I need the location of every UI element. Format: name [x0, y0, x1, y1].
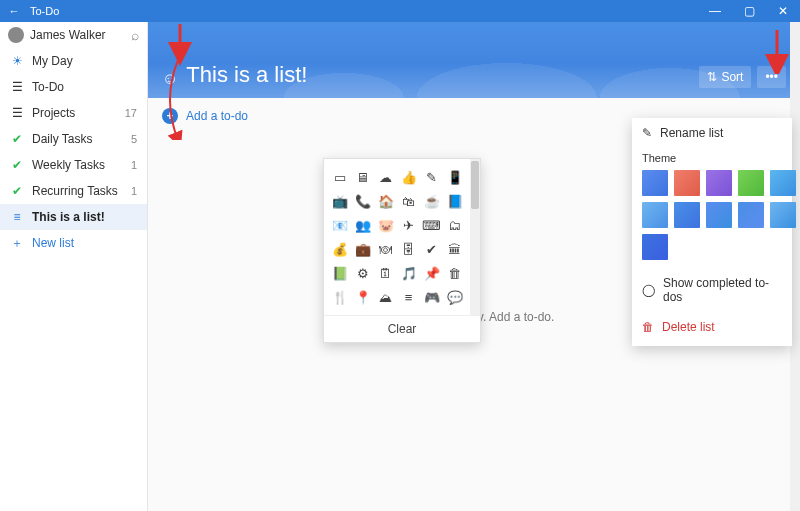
new-list-label: New list [32, 236, 137, 250]
icon-option[interactable]: 🗂 [443, 213, 466, 237]
icon-option[interactable]: 🎵 [397, 261, 420, 285]
icon-option[interactable]: 💬 [443, 285, 466, 309]
minimize-button[interactable]: — [698, 4, 732, 18]
theme-swatch[interactable] [642, 170, 668, 196]
list-emoji-icon[interactable]: ☺ [162, 70, 178, 88]
icon-option[interactable]: 💼 [351, 237, 374, 261]
sidebar-item-label: Weekly Tasks [32, 158, 123, 172]
icon-option[interactable]: ✎ [420, 165, 443, 189]
theme-swatch[interactable] [642, 234, 668, 260]
theme-swatch[interactable] [770, 202, 796, 228]
icon-option[interactable]: 📍 [351, 285, 374, 309]
rename-label: Rename list [660, 126, 723, 140]
sidebar-item-label: My Day [32, 54, 129, 68]
icon-option[interactable]: ≡ [397, 285, 420, 309]
maximize-button[interactable]: ▢ [732, 4, 766, 18]
sidebar-item[interactable]: ≡This is a list! [0, 204, 147, 230]
rename-list-option[interactable]: ✎ Rename list [632, 118, 792, 148]
icon-option[interactable]: 🗑 [443, 261, 466, 285]
sidebar-item[interactable]: ✔Weekly Tasks1 [0, 152, 147, 178]
new-list-button[interactable]: ＋ New list [0, 230, 147, 256]
icon-option[interactable]: 📧 [328, 213, 351, 237]
icon-option[interactable]: 🍽 [374, 237, 397, 261]
icon-option[interactable]: ☁ [374, 165, 397, 189]
list-title[interactable]: This is a list! [186, 62, 307, 88]
search-icon[interactable]: ⌕ [131, 27, 139, 43]
icon-option[interactable]: 👍 [397, 165, 420, 189]
sort-icon: ⇅ [707, 70, 717, 84]
icon-option[interactable]: ⚙ [351, 261, 374, 285]
sidebar-item-label: This is a list! [32, 210, 129, 224]
back-button[interactable]: ← [0, 5, 28, 17]
avatar [8, 27, 24, 43]
theme-swatch[interactable] [642, 202, 668, 228]
icon-option[interactable]: 🍴 [328, 285, 351, 309]
icon-option[interactable]: 🛍 [397, 189, 420, 213]
icon-option[interactable]: 🏛 [443, 237, 466, 261]
sidebar-item-label: Projects [32, 106, 117, 120]
icon-option[interactable]: 📱 [443, 165, 466, 189]
theme-swatch[interactable] [770, 170, 796, 196]
theme-swatch[interactable] [674, 202, 700, 228]
icon-option[interactable]: 📗 [328, 261, 351, 285]
icon-option[interactable]: 📺 [328, 189, 351, 213]
sidebar-item-count: 5 [131, 133, 137, 145]
user-row[interactable]: James Walker ⌕ [0, 22, 147, 48]
icon-option[interactable]: 🏠 [374, 189, 397, 213]
sidebar-item[interactable]: ☀My Day [0, 48, 147, 74]
add-todo-label: Add a to-do [186, 109, 248, 123]
icon-picker-popup: ▭🖥☁👍✎📱📺📞🏠🛍☕📘📧👥🐷✈⌨🗂💰💼🍽🗄✔🏛📗⚙🗓🎵📌🗑🍴📍⛰≡🎮💬 Cle… [323, 158, 481, 343]
icon-option[interactable]: 🗓 [374, 261, 397, 285]
show-completed-option[interactable]: ◯ Show completed to-dos [632, 268, 792, 312]
icon-option[interactable]: ✔ [420, 237, 443, 261]
icon-option[interactable]: ✈ [397, 213, 420, 237]
list-header: ☺ This is a list! ⇅ Sort ••• [148, 22, 800, 98]
theme-swatch[interactable] [674, 170, 700, 196]
app-title: To-Do [28, 5, 698, 17]
check-icon: ✔ [10, 158, 24, 172]
more-options-button[interactable]: ••• [757, 66, 786, 88]
icon-grid: ▭🖥☁👍✎📱📺📞🏠🛍☕📘📧👥🐷✈⌨🗂💰💼🍽🗄✔🏛📗⚙🗓🎵📌🗑🍴📍⛰≡🎮💬 [324, 159, 470, 315]
icon-option[interactable]: ☕ [420, 189, 443, 213]
icon-picker-scrollbar[interactable] [470, 159, 480, 315]
theme-swatch[interactable] [738, 170, 764, 196]
trash-icon: 🗑 [642, 320, 654, 334]
icon-option[interactable]: 📞 [351, 189, 374, 213]
icon-option[interactable]: 🎮 [420, 285, 443, 309]
delete-label: Delete list [662, 320, 715, 334]
sidebar-item-label: To-Do [32, 80, 129, 94]
theme-swatch[interactable] [738, 202, 764, 228]
main-area: ☺ This is a list! ⇅ Sort ••• + Add a to-… [148, 22, 800, 511]
icon-option[interactable]: 🗄 [397, 237, 420, 261]
bullet-list-icon: ≡ [10, 210, 24, 224]
theme-label: Theme [632, 148, 792, 166]
sidebar-item[interactable]: ✔Daily Tasks5 [0, 126, 147, 152]
icon-option[interactable]: 👥 [351, 213, 374, 237]
theme-swatch[interactable] [706, 170, 732, 196]
show-completed-label: Show completed to-dos [663, 276, 782, 304]
sidebar: James Walker ⌕ ☀My Day☰To-Do☰Projects17✔… [0, 22, 148, 511]
sun-icon: ☀ [10, 54, 24, 68]
theme-swatches [632, 166, 792, 268]
sort-button[interactable]: ⇅ Sort [699, 66, 751, 88]
icon-option[interactable]: ▭ [328, 165, 351, 189]
icon-option[interactable]: 💰 [328, 237, 351, 261]
sidebar-item-label: Recurring Tasks [32, 184, 123, 198]
icon-picker-clear[interactable]: Clear [324, 315, 480, 342]
icon-option[interactable]: 📌 [420, 261, 443, 285]
close-button[interactable]: ✕ [766, 4, 800, 18]
icon-option[interactable]: 🖥 [351, 165, 374, 189]
icon-option[interactable]: 📘 [443, 189, 466, 213]
theme-swatch[interactable] [706, 202, 732, 228]
sidebar-item-count: 1 [131, 159, 137, 171]
icon-option[interactable]: 🐷 [374, 213, 397, 237]
icon-option[interactable]: ⌨ [420, 213, 443, 237]
sidebar-item-count: 17 [125, 107, 137, 119]
delete-list-option[interactable]: 🗑 Delete list [632, 312, 792, 342]
sidebar-item[interactable]: ☰Projects17 [0, 100, 147, 126]
sidebar-item[interactable]: ✔Recurring Tasks1 [0, 178, 147, 204]
sidebar-item[interactable]: ☰To-Do [0, 74, 147, 100]
pencil-icon: ✎ [642, 126, 652, 140]
list-icon: ☰ [10, 80, 24, 94]
icon-option[interactable]: ⛰ [374, 285, 397, 309]
